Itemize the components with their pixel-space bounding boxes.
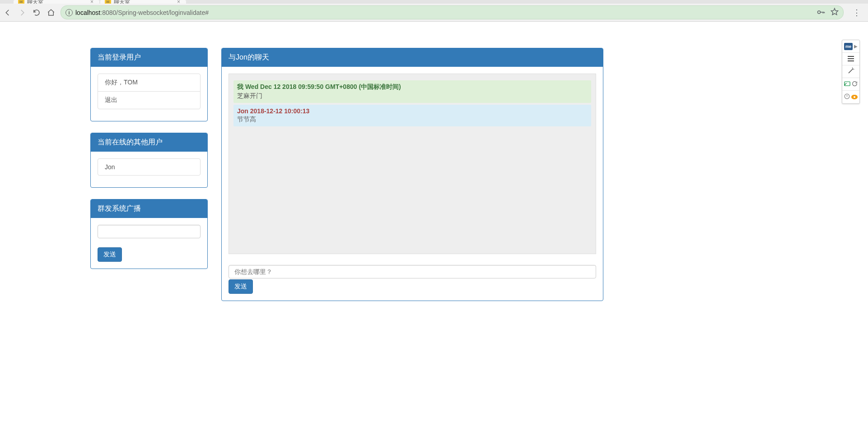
eye-icon[interactable]	[851, 95, 858, 99]
toolbar-alert-row	[842, 91, 859, 103]
alert-icon[interactable]	[844, 93, 850, 101]
star-icon[interactable]	[831, 8, 839, 17]
panel-title: 当前登录用户	[91, 48, 207, 67]
panel-title: 当前在线的其他用户	[91, 133, 207, 152]
hamburger-icon	[847, 56, 854, 63]
toolbar-wand-button[interactable]	[842, 65, 859, 78]
tab-title: 聊天室	[114, 0, 173, 4]
forward-icon[interactable]	[18, 9, 26, 17]
broadcast-input[interactable]	[98, 225, 201, 238]
broadcast-send-button[interactable]: 发送	[98, 247, 122, 262]
reload-icon[interactable]	[33, 9, 41, 17]
cast-icon[interactable]	[844, 81, 850, 88]
chat-log[interactable]: 我 Wed Dec 12 2018 09:59:50 GMT+0800 (中国标…	[229, 74, 596, 254]
greeting-text: 你好，TOM	[98, 74, 201, 92]
message-header: Jon 2018-12-12 10:00:13	[237, 107, 588, 115]
url-path: /Spring-websocket/loginvalidate#	[116, 9, 209, 16]
svg-point-0	[818, 11, 821, 14]
refresh-icon[interactable]	[852, 81, 858, 88]
toolbar-me-button[interactable]: me ▶	[842, 40, 859, 53]
info-icon[interactable]: i	[65, 9, 73, 16]
chat-input[interactable]	[229, 265, 596, 278]
back-icon[interactable]	[4, 9, 12, 17]
online-users-panel: 当前在线的其他用户 Jon	[90, 133, 208, 188]
nav-bar: i localhost:8080/Spring-websocket/loginv…	[0, 4, 868, 21]
tab-favicon-icon: ✉	[18, 0, 24, 4]
key-icon[interactable]	[817, 9, 825, 16]
nav-icons	[4, 9, 55, 17]
online-user-item[interactable]: Jon	[98, 158, 201, 176]
addr-right	[817, 8, 839, 17]
menu-icon[interactable]: ⋮	[849, 8, 864, 18]
play-icon: ▶	[854, 44, 858, 49]
close-icon[interactable]: ×	[89, 0, 95, 4]
browser-chrome: ✉ 聊天室 × ✉ 聊天室 × i loc	[0, 0, 868, 22]
tab-bar: ✉ 聊天室 × ✉ 聊天室 ×	[0, 0, 868, 4]
address-bar[interactable]: i localhost:8080/Spring-websocket/loginv…	[61, 5, 844, 19]
tab-favicon-icon: ✉	[105, 0, 111, 4]
broadcast-panel: 群发系统广播 发送	[90, 199, 208, 269]
message-body: 节节高	[237, 116, 588, 124]
home-icon[interactable]	[47, 9, 55, 17]
float-toolbar: me ▶	[842, 40, 860, 104]
message-header: 我 Wed Dec 12 2018 09:59:50 GMT+0800 (中国标…	[237, 83, 588, 91]
message-body: 芝麻开门	[237, 92, 588, 100]
browser-tab[interactable]: ✉ 聊天室 ×	[14, 0, 99, 4]
logout-button[interactable]: 退出	[98, 91, 201, 109]
chat-message-me: 我 Wed Dec 12 2018 09:59:50 GMT+0800 (中国标…	[233, 80, 591, 103]
chat-title: 与Jon的聊天	[222, 48, 603, 67]
chat-send-button[interactable]: 发送	[229, 279, 253, 294]
toolbar-cast-row	[842, 78, 859, 91]
chat-message-other: Jon 2018-12-12 10:00:13 节节高	[233, 105, 591, 126]
tab-title: 聊天室	[27, 0, 86, 4]
url-text: localhost:8080/Spring-websocket/loginval…	[75, 9, 814, 16]
page: 当前登录用户 你好，TOM 退出 当前在线的其他用户 Jon 群发系统广播 发送…	[90, 22, 868, 306]
browser-tab[interactable]: ✉ 聊天室 ×	[100, 0, 186, 4]
magic-wand-icon	[847, 67, 854, 76]
url-host: localhost	[75, 9, 100, 16]
close-icon[interactable]: ×	[176, 0, 182, 4]
chat-panel: 与Jon的聊天 我 Wed Dec 12 2018 09:59:50 GMT+0…	[221, 48, 603, 301]
main: 与Jon的聊天 我 Wed Dec 12 2018 09:59:50 GMT+0…	[221, 48, 603, 301]
toolbar-menu-button[interactable]	[842, 53, 859, 65]
me-badge-icon: me	[844, 43, 853, 50]
chat-input-row: 发送	[229, 265, 596, 294]
current-user-panel: 当前登录用户 你好，TOM 退出	[90, 48, 208, 121]
panel-title: 群发系统广播	[91, 199, 207, 218]
url-port: :8080	[100, 9, 116, 16]
sidebar: 当前登录用户 你好，TOM 退出 当前在线的其他用户 Jon 群发系统广播 发送	[90, 48, 208, 301]
